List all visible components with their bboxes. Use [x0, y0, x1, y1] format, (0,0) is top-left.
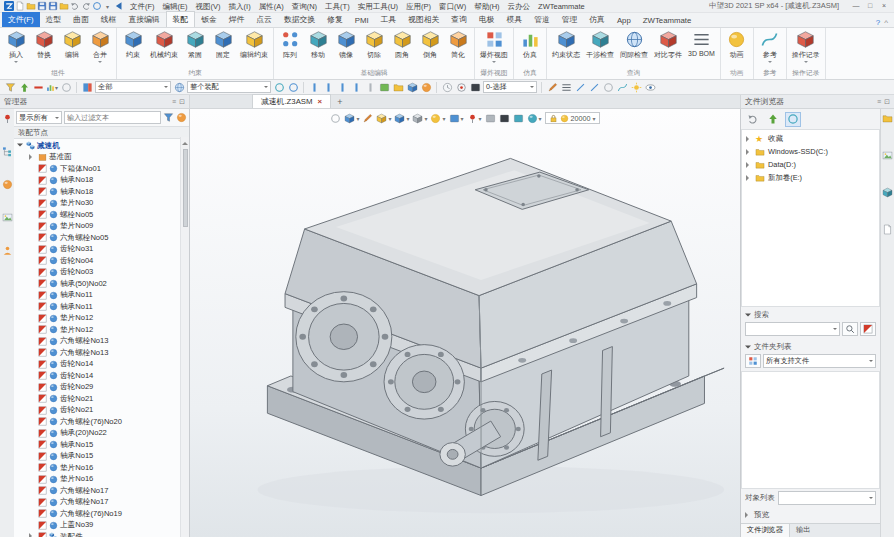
- help-icon[interactable]: ?: [876, 18, 880, 27]
- tree-node-part[interactable]: 垫片No12: [14, 324, 189, 336]
- back-icon[interactable]: [113, 1, 124, 12]
- ribbon-button-约束状态[interactable]: 约束状态: [549, 29, 583, 68]
- filter-curve-icon[interactable]: [350, 81, 362, 93]
- tree-node-part[interactable]: 轴承No11: [14, 301, 189, 313]
- paint-icon[interactable]: [81, 81, 93, 93]
- ribbon-button-仿真[interactable]: 仿真: [516, 29, 544, 68]
- ribbon-button-圆角[interactable]: 圆角: [388, 29, 416, 68]
- ribbon-tab-0[interactable]: 文件(F): [2, 12, 40, 27]
- app-logo[interactable]: [3, 1, 14, 12]
- tree-node-part[interactable]: 垫片No09: [14, 221, 189, 233]
- tree-node-part[interactable]: 齿轮No21: [14, 393, 189, 405]
- tree-node-part[interactable]: 垫片No12: [14, 313, 189, 325]
- ribbon-tab-18[interactable]: 管理: [556, 12, 584, 27]
- ribbon-tab-15[interactable]: 电极: [473, 12, 501, 27]
- gearbox-model[interactable]: [228, 129, 738, 521]
- tree-node-part[interactable]: 齿轮No03: [14, 267, 189, 279]
- ribbon-tab-6[interactable]: 钣金: [195, 12, 223, 27]
- tree-color-icon[interactable]: [176, 111, 187, 124]
- ribbon-button-干涉检查[interactable]: 干涉检查: [583, 29, 617, 68]
- display-mode-icon[interactable]: ▾: [344, 113, 359, 124]
- new-document-tab-button[interactable]: +: [331, 96, 348, 108]
- tree-node-part[interactable]: 螺栓No05: [14, 209, 189, 221]
- tree-node-part[interactable]: 轴承No18: [14, 186, 189, 198]
- ribbon-tab-4[interactable]: 直接编辑: [122, 12, 165, 27]
- preview-section-header[interactable]: 预览: [741, 507, 880, 521]
- color-filter-icon[interactable]: [420, 81, 432, 93]
- tree-node-part[interactable]: 六角螺栓No05: [14, 232, 189, 244]
- tree-node-part[interactable]: 上盖No39: [14, 520, 189, 532]
- tree-node-part[interactable]: 轴承(50)No02: [14, 278, 189, 290]
- ribbon-tab-2[interactable]: 曲面: [67, 12, 95, 27]
- bottom-tab-1[interactable]: 输出: [790, 524, 816, 537]
- tree-scrollbar[interactable]: [180, 137, 189, 537]
- ribbon-button-合并[interactable]: 合并: [86, 29, 114, 68]
- refresh-icon[interactable]: [785, 112, 801, 127]
- tree-node-part[interactable]: 六角螺栓No17: [14, 485, 189, 497]
- assembly-tree-icon[interactable]: [2, 146, 13, 157]
- object-list-combo[interactable]: [778, 491, 876, 505]
- wireframe-icon[interactable]: ▾: [412, 113, 427, 124]
- minimize-button[interactable]: —: [849, 0, 863, 12]
- ribbon-button-动画[interactable]: 动画: [723, 29, 751, 68]
- ribbon-tab-3[interactable]: 线框: [95, 12, 123, 27]
- filter-vertex-icon[interactable]: [308, 81, 320, 93]
- gallery-icon[interactable]: [882, 150, 893, 161]
- ribbon-button-机械约束[interactable]: 机械约束: [147, 29, 181, 68]
- tree-search-input[interactable]: [64, 111, 161, 124]
- ribbon-button-镜像[interactable]: 镜像: [332, 29, 360, 68]
- tree-node-part[interactable]: 齿轮No21: [14, 405, 189, 417]
- ribbon-button-对比零件[interactable]: 对比零件: [651, 29, 685, 68]
- tree-node-part[interactable]: 六角螺栓No13: [14, 336, 189, 348]
- annotate-icon[interactable]: [362, 113, 373, 124]
- ribbon-button-3D BOM[interactable]: 3D BOM: [685, 29, 718, 68]
- filter-combo[interactable]: 全部: [95, 81, 171, 93]
- document-tab-close-icon[interactable]: ×: [318, 97, 323, 106]
- ribbon-tab-5[interactable]: 装配: [166, 11, 196, 27]
- ribbon-button-编辑[interactable]: 编辑: [58, 29, 86, 68]
- material-icon[interactable]: ▾: [527, 113, 542, 124]
- ribbon-tab-9[interactable]: 数据交换: [278, 12, 321, 27]
- ribbon-tab-12[interactable]: 工具: [375, 12, 403, 27]
- tree-node-part[interactable]: 垫片No30: [14, 198, 189, 210]
- tree-node-part[interactable]: 轴承(20)No22: [14, 428, 189, 440]
- undo-icon[interactable]: [69, 1, 80, 12]
- show-entity-icon[interactable]: [18, 81, 30, 93]
- hide-entity-icon[interactable]: [32, 81, 44, 93]
- folder-filter-icon[interactable]: [392, 81, 404, 93]
- pin-view-icon[interactable]: ▾: [467, 113, 482, 124]
- deselect-icon[interactable]: [60, 81, 72, 93]
- ribbon-tab-7[interactable]: 焊件: [223, 12, 251, 27]
- ribbon-button-插入[interactable]: 插入: [2, 29, 30, 68]
- ribbon-button-爆炸视图[interactable]: 爆炸视图: [477, 29, 511, 68]
- ribbon-tab-11[interactable]: PMI: [349, 14, 375, 27]
- tree-node-part[interactable]: 垫片No16: [14, 474, 189, 486]
- panel-float-icon-2[interactable]: ⊡: [884, 98, 890, 106]
- tree-node-part[interactable]: 轴承No15: [14, 439, 189, 451]
- tree-node-part[interactable]: 六角螺栓(76)No19: [14, 508, 189, 520]
- maximize-button[interactable]: □: [863, 0, 877, 12]
- ribbon-button-移动[interactable]: 移动: [304, 29, 332, 68]
- role-manager-icon[interactable]: [2, 245, 13, 256]
- line-icon[interactable]: [574, 81, 586, 93]
- pick-list-icon[interactable]: ▾: [46, 81, 58, 93]
- ribbon-tab-20[interactable]: App: [611, 14, 637, 27]
- scope-combo[interactable]: 整个装配: [187, 81, 271, 93]
- tree-node-part[interactable]: 轴承No11: [14, 290, 189, 302]
- drive-item-0[interactable]: ★收藏: [742, 132, 879, 145]
- tree-node-part[interactable]: 齿轮No04: [14, 255, 189, 267]
- filter-shape-icon[interactable]: [364, 81, 376, 93]
- tree-node-part[interactable]: 六角螺栓(76)No20: [14, 416, 189, 428]
- save-all-icon[interactable]: [47, 1, 58, 12]
- panel-float-icon[interactable]: ⊡: [179, 98, 185, 106]
- file-browser-icon[interactable]: [882, 113, 893, 124]
- library-icon[interactable]: [882, 187, 893, 198]
- ribbon-button-倒角[interactable]: 倒角: [416, 29, 444, 68]
- background-icon[interactable]: ▾: [449, 113, 464, 124]
- ribbon-button-编辑约束[interactable]: 编辑约束: [237, 29, 271, 68]
- tree-node-part[interactable]: 六角螺栓No13: [14, 347, 189, 359]
- tree-node-part[interactable]: 齿轮No14: [14, 359, 189, 371]
- ribbon-button-操作记录[interactable]: 操作记录: [789, 29, 823, 68]
- tree-node-part[interactable]: 齿轮No31: [14, 244, 189, 256]
- history-icon[interactable]: [441, 81, 453, 93]
